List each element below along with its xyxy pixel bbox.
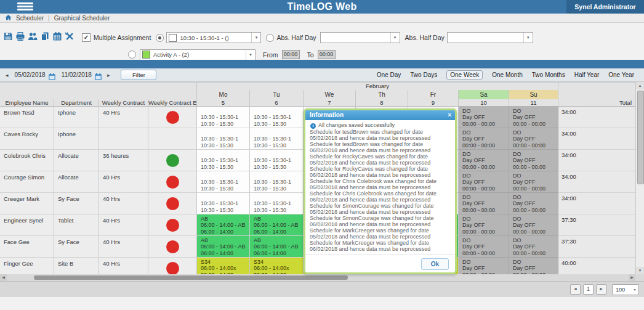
schedule-cell-line: 06:00 - 14:00x	[254, 265, 303, 271]
schedule-cell-mo[interactable]: S3406:00 - 14:00x06:00 - 14:00	[197, 258, 250, 274]
prev-period-arrow[interactable]: ◂	[6, 72, 9, 78]
scroll-up-icon[interactable]: ▲	[636, 82, 644, 89]
schedule-cell-su[interactable]: DODay OFF00:00 - 00:00	[509, 193, 558, 214]
view-two-months[interactable]: Two Months	[532, 71, 565, 78]
activity-radio[interactable]	[128, 51, 136, 59]
department: Tablet	[54, 214, 99, 236]
horizontal-scrollbar-thumb[interactable]	[34, 275, 348, 280]
view-two-days[interactable]: Two Days	[410, 71, 437, 78]
schedule-cell-su[interactable]: DODay OFF00:00 - 00:00	[509, 236, 558, 258]
filter-button[interactable]: Filter	[121, 70, 156, 80]
breadcrumb-graphical-scheduler[interactable]: Graphical Scheduler	[54, 15, 110, 22]
schedule-cell-tu[interactable]: 10:30 - 15:30-110:30 - 15:30	[250, 193, 304, 214]
schedule-cell-mo[interactable]: 10:30 - 15:30-110:30 - 15:30	[197, 150, 250, 171]
schedule-cell-tu[interactable]: 10:30 - 15:30-110:30 - 15:30	[250, 150, 304, 171]
to-time-field[interactable]: 00:00	[318, 50, 336, 59]
tools-icon[interactable]	[65, 31, 74, 44]
schedule-cell-tu[interactable]: AB06:00 - 14:00 - AB06:00 - 14:00	[250, 214, 304, 236]
schedule-cell-tu[interactable]: S3406:00 - 14:00x06:00 - 14:00	[250, 258, 304, 274]
horizontal-scrollbar[interactable]: ◀ ▶	[0, 274, 635, 281]
next-period-arrow[interactable]: ▸	[107, 72, 110, 78]
vertical-scrollbar[interactable]: ▲ ▼	[635, 82, 644, 274]
abs-half-day-select-1[interactable]: ▾	[320, 32, 400, 43]
abs-half-day-radio[interactable]	[266, 34, 274, 42]
scroll-down-icon[interactable]: ▼	[636, 267, 644, 274]
schedule-cell-su[interactable]: DODay OFF00:00 - 00:00	[509, 150, 558, 171]
schedule-cell-line: 10:30 - 15:30	[201, 121, 249, 127]
multiple-assignment-checkbox[interactable]: ✓	[82, 33, 91, 42]
schedule-cell-sa[interactable]: DODay OFF00:00 - 00:00	[459, 258, 509, 274]
schedule-cell-line: DO	[513, 151, 558, 157]
view-one-day[interactable]: One Day	[377, 71, 401, 78]
abs-half-day-select-2[interactable]: ▾	[447, 32, 533, 43]
vertical-scrollbar-thumb[interactable]	[637, 91, 644, 184]
schedule-cell-line: DO	[513, 237, 558, 243]
schedule-cell-sa[interactable]: DODay OFF00:00 - 00:00	[459, 193, 509, 214]
schedule-cell-mo[interactable]: AB06:00 - 14:00 - AB06:00 - 14:00	[197, 214, 250, 236]
ok-button[interactable]: Ok	[421, 258, 449, 270]
schedule-cell-tu[interactable]: 10:30 - 15:30-110:30 - 15:30	[250, 128, 304, 150]
schedule-cell-su[interactable]: DODay OFF00:00 - 00:00	[509, 171, 558, 193]
calendar-icon[interactable]	[52, 31, 62, 44]
schedule-cell-line: Day OFF	[462, 243, 509, 250]
home-icon[interactable]	[5, 14, 12, 22]
dialog-body: iAll changes saved successfully Schedule…	[305, 120, 455, 255]
end-date-calendar-icon[interactable]	[95, 71, 102, 78]
employee-name: Caves Rocky	[0, 128, 54, 150]
schedule-cell-sa[interactable]: DODay OFF00:00 - 00:00	[459, 171, 509, 193]
schedule-cell-su[interactable]: DODay OFF00:00 - 00:00	[509, 107, 558, 128]
start-date-calendar-icon[interactable]	[49, 71, 55, 78]
schedule-cell-sa[interactable]: DODay OFF00:00 - 00:00	[459, 150, 509, 171]
print-icon[interactable]	[15, 31, 25, 44]
dialog-title-bar[interactable]: Information ×	[305, 110, 455, 120]
save-icon[interactable]	[3, 31, 13, 44]
copy-icon[interactable]	[40, 31, 50, 44]
schedule-cell-su[interactable]: DODay OFF00:00 - 00:00	[509, 258, 558, 274]
end-date-field[interactable]: 11/02/2018	[62, 71, 92, 78]
schedule-cell-mo[interactable]: AB06:00 - 14:00 - AB06:00 - 14:00	[197, 236, 250, 258]
view-one-week[interactable]: One Week	[446, 70, 483, 80]
from-time-field[interactable]: 00:00	[282, 50, 300, 59]
weekly-contract-exception	[148, 258, 197, 274]
dialog-message: Schedule for RockyCaves was changed for …	[310, 153, 451, 166]
page-prev-button[interactable]: ◄	[570, 284, 581, 295]
scroll-right-icon[interactable]: ▶	[629, 274, 635, 281]
day-name-header-row: MoTuWeThFrSaSu	[0, 90, 635, 99]
activity-select[interactable]: Activity A - (2) ▾	[140, 49, 256, 60]
schedule-cell-tu[interactable]: 10:30 - 15:30-110:30 - 15:30	[250, 171, 304, 193]
schedule-cell-su[interactable]: DODay OFF00:00 - 00:00	[509, 128, 558, 150]
view-one-month[interactable]: One Month	[492, 71, 522, 78]
schedule-cell-tu[interactable]: 10:30 - 15:30-110:30 - 15:30	[250, 107, 304, 128]
timelog-web-app: TimeLOG Web Synel Administrator Schedule…	[0, 0, 644, 310]
shift-color-swatch	[169, 34, 177, 42]
scroll-left-icon[interactable]: ◀	[0, 274, 7, 281]
page-number-button[interactable]: 1	[583, 284, 594, 295]
page-size-select[interactable]: 100 ▾	[612, 284, 639, 295]
close-icon[interactable]: ×	[448, 110, 451, 120]
schedule-cell-line: 06:00 - 14:00 - AB	[254, 222, 303, 228]
page-next-button[interactable]: ►	[596, 284, 606, 295]
shift-radio[interactable]	[156, 34, 164, 42]
schedule-cell-mo[interactable]: 10:30 - 15:30-110:30 - 15:30	[197, 171, 250, 193]
schedule-cell-su[interactable]: DODay OFF00:00 - 00:00	[509, 214, 558, 236]
exception-indicator-red	[166, 219, 179, 232]
breadcrumb-scheduler[interactable]: Scheduler	[16, 15, 44, 22]
view-half-year[interactable]: Half Year	[574, 71, 600, 78]
view-one-year[interactable]: One Year	[608, 71, 634, 78]
schedule-cell-mo[interactable]: 10:30 - 15:30-110:30 - 15:30	[197, 128, 250, 150]
users-icon[interactable]	[28, 31, 38, 44]
user-menu[interactable]: Synel Administrator	[566, 0, 644, 14]
department: Sy Face	[54, 236, 99, 258]
schedule-cell-sa[interactable]: DODay OFF00:00 - 00:00	[459, 107, 509, 128]
schedule-cell-mo[interactable]: 10:30 - 15:30-110:30 - 15:30	[197, 107, 250, 128]
schedule-cell-sa[interactable]: DODay OFF00:00 - 00:00	[459, 214, 509, 236]
schedule-cell-sa[interactable]: DODay OFF00:00 - 00:00	[459, 236, 509, 258]
schedule-cell-tu[interactable]: AB06:00 - 14:00 - AB06:00 - 14:00	[250, 236, 304, 258]
schedule-cell-mo[interactable]: 10:30 - 15:30-110:30 - 15:30	[197, 193, 250, 214]
start-date-field[interactable]: 05/02/2018	[15, 71, 46, 78]
weekly-contract: 40 Hrs	[99, 236, 148, 258]
shift-select[interactable]: 10:30 - 15:30-1 - () ▾	[166, 32, 261, 43]
schedule-cell-sa[interactable]: DODay OFF00:00 - 00:00	[459, 128, 509, 150]
schedule-cell-line: Day OFF	[462, 157, 509, 163]
day-header-we: We	[304, 90, 356, 99]
